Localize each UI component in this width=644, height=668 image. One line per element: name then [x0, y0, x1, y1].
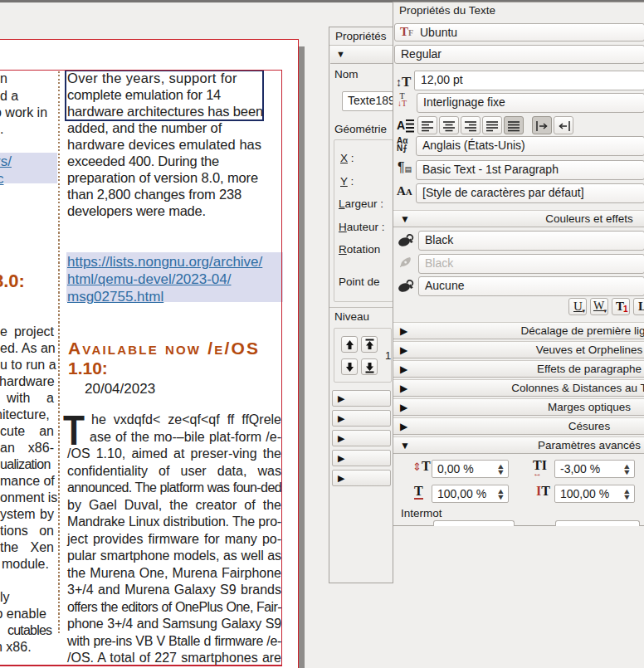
- svg-text:A: A: [397, 119, 405, 132]
